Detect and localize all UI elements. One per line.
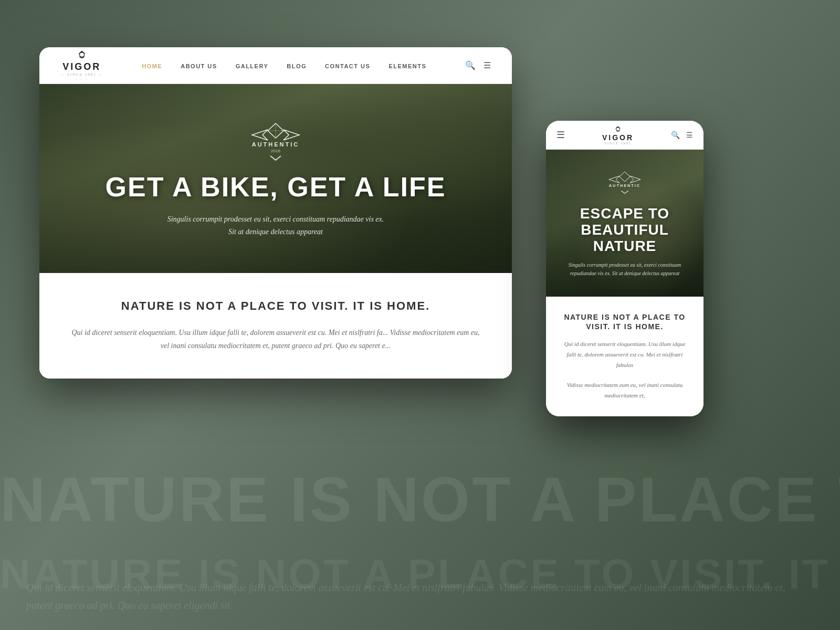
desktop-mockup: VIGOR — SINCE 1991 — · · · HOME ABOUT US… bbox=[39, 47, 512, 379]
authentic-badge-svg: AUTHENTIC 2016 bbox=[244, 119, 307, 161]
desktop-section-text: Qui id diceret senserit eloquentiam. Usu… bbox=[71, 326, 480, 352]
mobile-logo-icon bbox=[613, 125, 623, 133]
svg-text:AUTHENTIC: AUTHENTIC bbox=[609, 184, 640, 188]
svg-marker-7 bbox=[620, 172, 630, 182]
mobile-logo-title: VIGOR bbox=[602, 133, 634, 142]
mobile-hero-title: ESCAPE TO BEAUTIFUL NATURE bbox=[554, 206, 696, 254]
hero-badge: AUTHENTIC 2016 bbox=[244, 119, 307, 163]
watermark-text: NATURE IS NOT A PLACE TO VISIT. IT IS HO… bbox=[0, 463, 840, 536]
desktop-nav: VIGOR — SINCE 1991 — · · · HOME ABOUT US… bbox=[39, 47, 512, 84]
desktop-logo-title: VIGOR bbox=[62, 61, 101, 72]
mobile-badge-svg: AUTHENTIC bbox=[604, 169, 646, 197]
nav-link-gallery[interactable]: GALLERY bbox=[236, 63, 269, 69]
mobile-nav: ☰ VIGOR SINCE 1991 🔍 ☰ bbox=[546, 121, 704, 150]
desktop-hero: AUTHENTIC 2016 GET A BIKE, GET A LIFE Si… bbox=[39, 84, 512, 273]
mobile-mockup: ☰ VIGOR SINCE 1991 🔍 ☰ bbox=[546, 121, 704, 416]
mobile-section-title: NATURE IS NOT A PLACE TO VISIT. IT IS HO… bbox=[559, 312, 690, 331]
vigor-logo-icon bbox=[75, 50, 89, 60]
nav-item-elements[interactable]: ELEMENTS bbox=[388, 61, 426, 70]
menu-icon[interactable]: ☰ bbox=[484, 60, 491, 70]
hero-title: GET A BIKE, GET A LIFE bbox=[106, 171, 446, 203]
nav-item-contact[interactable]: CONTACT US bbox=[325, 61, 370, 70]
svg-point-0 bbox=[79, 52, 84, 57]
svg-text:2016: 2016 bbox=[271, 149, 280, 153]
mobile-nav-right: 🔍 ☰ bbox=[671, 131, 693, 140]
nav-item-gallery[interactable]: GALLERY bbox=[236, 61, 269, 70]
background-paragraph: Qui id diceret senserit eloquentiam. Usu… bbox=[26, 579, 814, 614]
desktop-logo[interactable]: VIGOR — SINCE 1991 — · · · bbox=[60, 50, 103, 81]
mobile-badge: AUTHENTIC bbox=[604, 169, 646, 200]
svg-text:AUTHENTIC: AUTHENTIC bbox=[252, 141, 300, 148]
svg-point-6 bbox=[616, 127, 620, 131]
desktop-nav-links: HOME ABOUT US GALLERY BLOG CONTACT US EL… bbox=[142, 61, 426, 70]
nav-link-blog[interactable]: BLOG bbox=[287, 63, 307, 69]
mobile-search-icon[interactable]: 🔍 bbox=[671, 131, 680, 140]
nav-item-home[interactable]: HOME bbox=[142, 61, 162, 70]
mobile-section-text-p1: Qui id diceret senserit eloquentiam. Usu… bbox=[559, 339, 690, 370]
mobile-hero-content: AUTHENTIC ESCAPE TO BEAUTIFUL NATURE Sin… bbox=[546, 150, 704, 297]
nav-item-blog[interactable]: BLOG bbox=[287, 61, 307, 70]
hero-content: AUTHENTIC 2016 GET A BIKE, GET A LIFE Si… bbox=[39, 84, 512, 273]
nav-item-about[interactable]: ABOUT US bbox=[181, 61, 217, 70]
mobile-hero: AUTHENTIC ESCAPE TO BEAUTIFUL NATURE Sin… bbox=[546, 150, 704, 297]
desktop-section-title: NATURE IS NOT A PLACE TO VISIT. IT IS HO… bbox=[71, 299, 480, 313]
desktop-content: NATURE IS NOT A PLACE TO VISIT. IT IS HO… bbox=[39, 273, 512, 379]
mobile-content: NATURE IS NOT A PLACE TO VISIT. IT IS HO… bbox=[546, 297, 704, 416]
hero-subtitle: Singulis corrumpit prodesset eu sit, exe… bbox=[167, 213, 384, 238]
hero-subtitle-line1: Singulis corrumpit prodesset eu sit, exe… bbox=[167, 215, 384, 223]
mobile-logo-since: SINCE 1991 bbox=[605, 142, 632, 145]
desktop-logo-dots: · · · bbox=[75, 77, 88, 81]
mobile-section-text-p2: Vidisse mediocritatem eum eu, vel inani … bbox=[559, 380, 690, 401]
nav-link-elements[interactable]: ELEMENTS bbox=[388, 63, 426, 69]
search-icon[interactable]: 🔍 bbox=[465, 60, 476, 70]
mobile-dots-icon[interactable]: ☰ bbox=[686, 131, 693, 140]
desktop-nav-icons: 🔍 ☰ bbox=[465, 60, 491, 70]
nav-link-about[interactable]: ABOUT US bbox=[181, 63, 217, 69]
mobile-menu-icon[interactable]: ☰ bbox=[556, 129, 565, 141]
hero-subtitle-line2: Sit at denique delectus appareat bbox=[228, 228, 323, 236]
nav-link-home[interactable]: HOME bbox=[142, 63, 162, 69]
nav-link-contact[interactable]: CONTACT US bbox=[325, 63, 370, 69]
mobile-hero-subtitle: Singulis corrumpit prodesset eu sit, exe… bbox=[567, 261, 682, 278]
mobile-logo[interactable]: VIGOR SINCE 1991 bbox=[602, 125, 634, 145]
desktop-logo-since: — SINCE 1991 — bbox=[60, 72, 103, 77]
